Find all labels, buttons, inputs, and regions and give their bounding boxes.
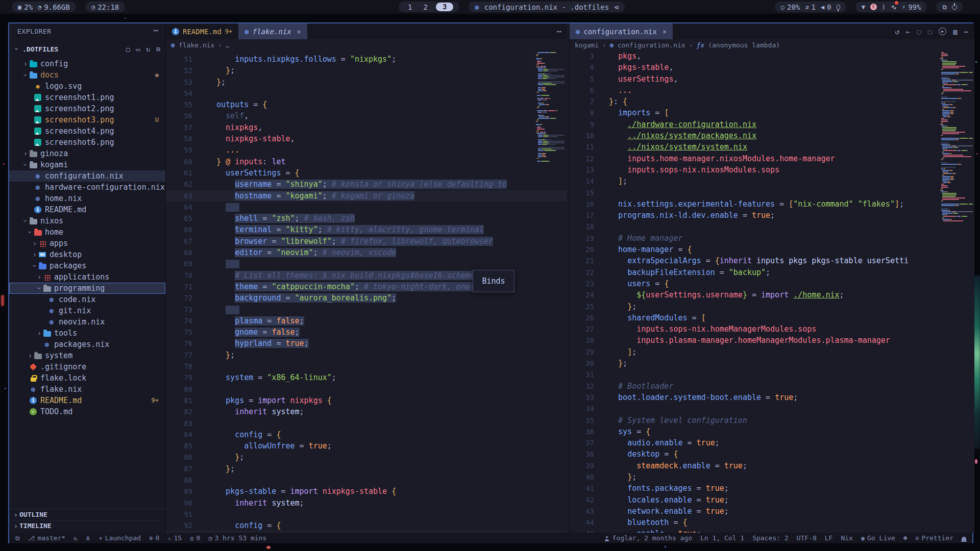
tree-item-readme-md[interactable]: iREADME.md9+ (9, 395, 165, 406)
token: inherit (235, 407, 267, 416)
tree-item-neovim-nix[interactable]: ❆neovim.nix (9, 316, 165, 328)
status-item-bell[interactable] (962, 536, 966, 541)
tree-item-desktop[interactable]: ›desktop (9, 249, 165, 260)
editor-tab-configuration-nix[interactable]: ❆configuration.nix× (570, 23, 673, 39)
tree-item-label: screenshot6.png (45, 138, 114, 147)
timeline-section[interactable]: ›TIMELINE (9, 520, 165, 531)
tree-item-readme-md[interactable]: iREADME.md (9, 204, 165, 215)
circle-b-icon[interactable]: ◯ (928, 28, 932, 36)
status-item-octoface[interactable]: ☻ (903, 535, 907, 542)
breadcrumb-item[interactable]: configuration.nix (618, 41, 685, 49)
tree-item-kogami[interactable]: ›kogami (9, 159, 165, 170)
tree-item-system[interactable]: ›system (9, 350, 165, 361)
close-icon[interactable]: × (663, 28, 667, 36)
notification-icon: ∿ (891, 3, 897, 11)
breadcrumb-item[interactable]: (anonymous lambda) (708, 41, 780, 49)
tree-item-flake-lock[interactable]: flake.lock (9, 372, 165, 384)
wifi-icon: ▼ (862, 4, 865, 11)
token (216, 168, 226, 178)
status-item-person[interactable]: foglar, 2 months ago (605, 534, 693, 542)
tree-item-git-nix[interactable]: ❆git.nix (9, 305, 165, 316)
tree-item-applications[interactable]: ›applications (9, 271, 165, 283)
editor-tab-readme-md[interactable]: iREADME.md9+ (166, 23, 238, 39)
power-icon[interactable] (952, 5, 957, 10)
tree-item-nixos[interactable]: ›nixos (9, 215, 165, 227)
minimap-2[interactable] (940, 52, 973, 409)
tree-item-tools[interactable]: ›tools (9, 328, 165, 339)
tree-item-apps[interactable]: ›apps (9, 238, 165, 249)
circle-a-icon[interactable]: ◯ (917, 28, 921, 36)
tree-item-todo-md[interactable]: ✓TODO.md (9, 406, 165, 417)
tree-item-screenshot6-png[interactable]: screenshot6.png (9, 137, 165, 148)
collapse-all-icon[interactable]: ⊟ (156, 45, 160, 53)
tree-item-screenshot1-png[interactable]: screenshot1.png (9, 92, 165, 103)
code-editor-configuration-nix[interactable]: 3 pkgs,4 pkgs-stable,5 userSettings,6 ..… (570, 51, 974, 533)
code-line-text: userSettings, (594, 73, 678, 85)
breadcrumb-2[interactable]: kogami›❆configuration.nix›ƒx(anonymous l… (570, 39, 974, 51)
editor-tab-flake-nix[interactable]: ❆flake.nix× (238, 23, 307, 39)
more-icon[interactable]: ⋯ (964, 28, 968, 36)
status-item-branch[interactable]: ⎇master* (28, 534, 66, 542)
status-item-broadcast[interactable]: ◉Go Live (861, 534, 895, 542)
status-item-nix[interactable]: Nix (841, 534, 852, 542)
tree-item-code-nix[interactable]: ❆code.nix (9, 294, 165, 305)
tree-item-hardware-configuration-nix[interactable]: ❆hardware-configuration.nix (9, 182, 165, 193)
tree-item-home[interactable]: ›home (9, 227, 165, 238)
status-item-utf-8[interactable]: UTF-8 (797, 534, 817, 542)
tree-item-configuration-nix[interactable]: ❆configuration.nix (9, 170, 165, 182)
minimap-1[interactable] (536, 52, 565, 368)
close-icon[interactable]: × (297, 28, 301, 36)
back-icon[interactable]: ⇠ (906, 28, 910, 36)
token: , (290, 134, 295, 143)
rocket-icon: ➤ (97, 534, 105, 542)
breadcrumb-1[interactable]: ❆flake.nix›… (166, 39, 567, 51)
status-item-clock[interactable]: ◷3 hrs 53 mins (208, 534, 266, 542)
status-item-remote[interactable]: ⧉ (15, 535, 20, 542)
status-item-lf[interactable]: LF (825, 534, 833, 542)
power-icon[interactable] (952, 5, 957, 10)
timeline-icon[interactable]: ↺ (895, 28, 899, 36)
breadcrumb-item[interactable]: kogami (575, 41, 599, 49)
run-code-icon[interactable]: ▶ (939, 28, 946, 35)
workspace-button-2[interactable]: 2 (420, 3, 430, 11)
status-item-spaces-2[interactable]: Spaces: 2 (752, 534, 788, 542)
status-item-slash[interactable]: ⊘Prettier (915, 534, 953, 542)
workspace-button-3[interactable]: 3 (436, 3, 453, 11)
tree-item-ginoza[interactable]: ›ginoza (9, 148, 165, 159)
tree-item-docs[interactable]: ›docs● (9, 69, 165, 81)
token: userSettings (618, 74, 673, 84)
tree-item-config[interactable]: ›config (9, 58, 165, 69)
tree-item-packages[interactable]: ›packages (9, 260, 165, 271)
explorer-more-actions-icon[interactable]: ⋯ (153, 26, 158, 35)
tree-item-flake-nix[interactable]: ❆flake.nix (9, 384, 165, 395)
split-icon[interactable]: ▥ (953, 28, 957, 36)
status-item-rocket[interactable]: ➤Launchpad (99, 534, 141, 542)
mic-icon[interactable] (837, 5, 840, 10)
token: ; (715, 438, 720, 447)
status-item-warning[interactable]: ⚠15 (167, 534, 182, 542)
status-item-error[interactable]: ⊗0 (149, 534, 159, 542)
tree-item-screenshot4-png[interactable]: screenshot4.png (9, 126, 165, 137)
editor-more-actions-icon[interactable]: ⋯ (556, 27, 561, 36)
tree-item--gitignore[interactable]: .gitignore (9, 361, 165, 372)
new-folder-icon[interactable]: ▭ (136, 45, 140, 53)
new-file-icon[interactable]: ▢ (126, 45, 130, 53)
breadcrumb-item[interactable]: … (226, 41, 230, 49)
refresh-icon[interactable]: ↻ (146, 45, 150, 53)
breadcrumb-item[interactable]: flake.nix (179, 41, 214, 49)
status-item-git-graph[interactable]: ⋔ (85, 535, 90, 542)
line-number: 39 (570, 460, 594, 471)
tree-item-home-nix[interactable]: ❆home.nix (9, 193, 165, 204)
tree-item-logo-svg[interactable]: ✱logo.svg (9, 81, 165, 92)
tree-item-screenshot3-png[interactable]: screenshot3.pngU (9, 114, 165, 126)
outline-section[interactable]: ›OUTLINE (9, 509, 165, 520)
status-item-ln-1-col-1[interactable]: Ln 1, Col 1 (700, 534, 744, 542)
tree-item-packages-nix[interactable]: ❆packages.nix (9, 339, 165, 350)
line-number: 16 (570, 198, 594, 210)
workspace-root-row[interactable]: › .DOTFILES ▢▭↻⊟ (9, 43, 165, 55)
tree-item-programming[interactable]: ›programming (9, 283, 165, 294)
status-item-target[interactable]: ◎0 (190, 534, 200, 542)
tree-item-screenshot2-png[interactable]: screenshot2.png (9, 103, 165, 114)
workspace-button-1[interactable]: 1 (405, 3, 415, 11)
status-item-sync[interactable]: ↻ (74, 535, 77, 542)
